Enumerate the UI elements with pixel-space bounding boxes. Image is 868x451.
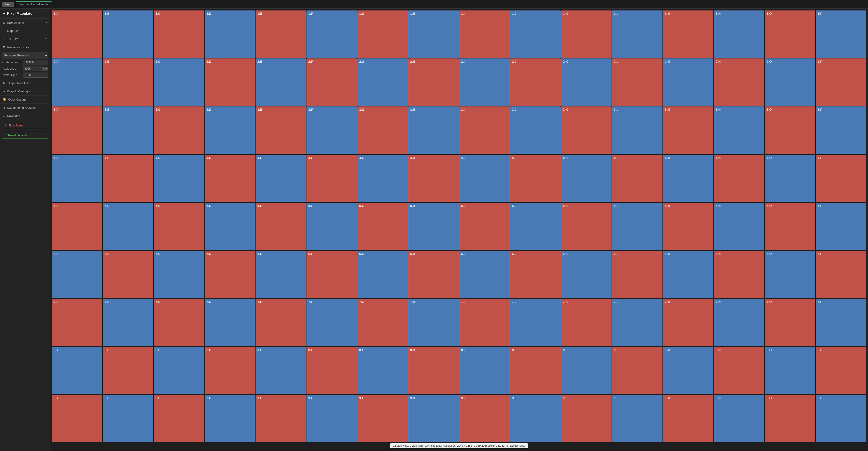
tile[interactable]: 5.F (306, 203, 357, 250)
tile[interactable]: 5.J (510, 203, 561, 250)
pixels-per-port-input[interactable] (23, 60, 48, 65)
tile[interactable]: 1.G (358, 10, 408, 58)
tile[interactable]: 8.H (408, 347, 459, 394)
tile[interactable]: 3.M (663, 107, 713, 154)
sidebar-item-experimental-options[interactable]: ⚗ Experimental Options › (0, 104, 50, 112)
tile[interactable]: 8.N (714, 347, 764, 394)
tile[interactable]: 6.A (52, 251, 102, 298)
tile[interactable]: 9.M (663, 395, 713, 442)
tile[interactable]: 8.O (765, 347, 815, 394)
tile[interactable]: 6.J (510, 251, 561, 298)
tile[interactable]: 3.L (612, 107, 662, 154)
tile[interactable]: 4.N (714, 155, 764, 202)
tile[interactable]: 7.K (561, 299, 612, 346)
tile[interactable]: 2.B (103, 58, 153, 106)
sidebar-item-graphic-overlays[interactable]: ✏ Graphic Overlays › (0, 87, 50, 95)
tile[interactable]: 6.K (561, 251, 612, 298)
tile[interactable]: 2.D (205, 58, 255, 106)
tile[interactable]: 6.C (154, 251, 204, 298)
tile[interactable]: 3.P (816, 107, 866, 154)
tile[interactable]: 8.D (205, 347, 255, 394)
tile[interactable]: 3.O (765, 107, 815, 154)
tile[interactable]: 2.K (561, 58, 612, 106)
tile[interactable]: 4.A (52, 155, 102, 202)
tile[interactable]: 8.B (103, 347, 153, 394)
tile[interactable]: 9.H (408, 395, 459, 442)
sidebar-item-processor-limits[interactable]: ⚙ Processor Limits ▼ (0, 43, 50, 51)
tile[interactable]: 8.K (561, 347, 612, 394)
sidebar-item-map-size[interactable]: ⊞ Map Size › (0, 27, 50, 35)
tile[interactable]: 3.G (358, 107, 408, 154)
tile[interactable]: 4.K (561, 155, 612, 202)
tile[interactable]: 3.J (510, 107, 561, 154)
tile[interactable]: 8.M (663, 347, 713, 394)
tile[interactable]: 1.M (663, 10, 713, 58)
tile[interactable]: 7.M (663, 299, 713, 346)
tile[interactable]: 8.L (612, 347, 662, 394)
tile[interactable]: 6.B (103, 251, 153, 298)
tile[interactable]: 7.P (816, 299, 866, 346)
tile[interactable]: 1.F (306, 10, 357, 58)
help-button[interactable]: Help (2, 2, 14, 7)
tile[interactable]: 6.M (663, 251, 713, 298)
tile[interactable]: 6.N (714, 251, 764, 298)
tile[interactable]: 9.O (765, 395, 815, 442)
tile[interactable]: 1.P (816, 10, 866, 58)
tile[interactable]: 4.B (103, 155, 153, 202)
tile[interactable]: 7.O (765, 299, 815, 346)
tile[interactable]: 1.C (154, 10, 204, 58)
tile[interactable]: 1.B (103, 10, 153, 58)
tile[interactable]: 6.P (816, 251, 866, 298)
discord-button[interactable]: Join the Discord server (16, 1, 52, 7)
sidebar-item-output-resolution[interactable]: 🖥 Output Resolution › (0, 79, 50, 87)
tile[interactable]: 9.C (154, 395, 204, 442)
tile[interactable]: 1.K (561, 10, 612, 58)
tile[interactable]: 4.I (459, 155, 510, 202)
tile[interactable]: 7.H (408, 299, 459, 346)
tile[interactable]: 5.C (154, 203, 204, 250)
tile[interactable]: 5.M (663, 203, 713, 250)
tile[interactable]: 3.B (103, 107, 153, 154)
tile[interactable]: 9.J (510, 395, 561, 442)
tile[interactable]: 6.I (459, 251, 510, 298)
tile[interactable]: 3.I (459, 107, 510, 154)
tile[interactable]: 2.H (408, 58, 459, 106)
tile[interactable]: 9.K (561, 395, 612, 442)
tile[interactable]: 5.H (408, 203, 459, 250)
tile[interactable]: 4.C (154, 155, 204, 202)
tile[interactable]: 5.P (816, 203, 866, 250)
tile[interactable]: 1.J (510, 10, 561, 58)
tile[interactable]: 2.N (714, 58, 764, 106)
tile[interactable]: 1.E (255, 10, 306, 58)
tile[interactable]: 4.F (306, 155, 357, 202)
tile[interactable]: 2.J (510, 58, 561, 106)
tile[interactable]: 5.N (714, 203, 764, 250)
sidebar-item-color-options[interactable]: 🎨 Color Options › (0, 95, 50, 103)
tile[interactable]: 5.I (459, 203, 510, 250)
tile[interactable]: 5.E (255, 203, 306, 250)
tile[interactable]: 4.L (612, 155, 662, 202)
tile[interactable]: 8.P (816, 347, 866, 394)
tile[interactable]: 6.G (358, 251, 408, 298)
pixels-wide-input[interactable] (23, 66, 42, 71)
tile[interactable]: 3.E (255, 107, 306, 154)
tile[interactable]: 1.N (714, 10, 764, 58)
tile[interactable]: 4.J (510, 155, 561, 202)
sidebar-item-download[interactable]: ⬇ Download › (0, 112, 50, 120)
tile[interactable]: 1.H (408, 10, 459, 58)
tile[interactable]: 2.G (358, 58, 408, 106)
tile[interactable]: 9.B (103, 395, 153, 442)
tile[interactable]: 7.A (52, 299, 102, 346)
tile[interactable]: 2.F (306, 58, 357, 106)
tile[interactable]: 6.H (408, 251, 459, 298)
tile[interactable]: 4.O (765, 155, 815, 202)
tile[interactable]: 6.F (306, 251, 357, 298)
tile[interactable]: 6.L (612, 251, 662, 298)
tile[interactable]: 9.E (255, 395, 306, 442)
tile[interactable]: 1.O (765, 10, 815, 58)
tile[interactable]: 4.P (816, 155, 866, 202)
tile[interactable]: 9.L (612, 395, 662, 442)
tile[interactable]: 9.N (714, 395, 764, 442)
reset-defaults-button[interactable]: ↺ Reset Defaults (2, 132, 48, 139)
tile[interactable]: 1.I (459, 10, 510, 58)
